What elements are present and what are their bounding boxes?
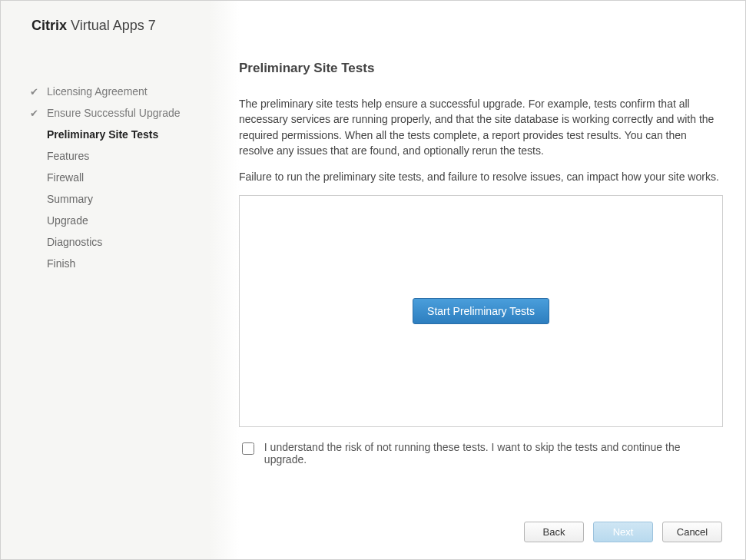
brand-name: Citrix [31,18,67,33]
checkmark-icon: ✔ [30,86,41,98]
step-label: Upgrade [47,214,88,227]
skip-tests-acknowledgement[interactable]: I understand the risk of not running the… [239,441,721,466]
step-label: Licensing Agreement [47,85,148,98]
step-licensing-agreement: ✔ Licensing Agreement [30,85,207,98]
step-label: Preliminary Site Tests [47,128,158,141]
wizard-steps: ✔ Licensing Agreement ✔ Ensure Successfu… [30,85,207,279]
skip-tests-label: I understand the risk of not running the… [264,441,721,466]
page-title: Preliminary Site Tests [239,61,721,76]
step-label: Finish [47,257,75,270]
wizard-footer: Back Next Cancel [524,522,722,542]
step-diagnostics: Diagnostics [30,236,207,248]
next-button[interactable]: Next [593,522,653,542]
start-preliminary-tests-button[interactable]: Start Preliminary Tests [413,298,549,324]
intro-paragraph-1: The preliminary site tests help ensure a… [239,96,721,158]
step-label: Features [47,150,89,162]
checkmark-icon: ✔ [30,108,41,119]
product-name: Virtual Apps 7 [71,18,156,33]
intro-paragraph-2: Failure to run the preliminary site test… [239,169,721,184]
step-upgrade: Upgrade [30,214,207,227]
step-label: Summary [47,193,93,205]
step-finish: Finish [30,257,207,270]
step-label: Firewall [47,171,84,184]
step-summary: Summary [30,193,207,205]
step-features: Features [30,150,207,162]
step-preliminary-site-tests: Preliminary Site Tests [30,128,207,141]
test-results-panel: Start Preliminary Tests [239,195,723,427]
step-label: Diagnostics [47,236,102,248]
product-header: Citrix Virtual Apps 7 [31,18,156,34]
skip-tests-checkbox[interactable] [242,442,254,455]
main-content: Preliminary Site Tests The preliminary s… [239,61,721,466]
back-button[interactable]: Back [524,522,584,542]
installer-window: Citrix Virtual Apps 7 ✔ Licensing Agreem… [0,0,746,560]
cancel-button[interactable]: Cancel [662,522,722,542]
step-firewall: Firewall [30,171,207,184]
step-ensure-successful-upgrade: ✔ Ensure Successful Upgrade [30,107,207,119]
step-label: Ensure Successful Upgrade [47,107,181,119]
